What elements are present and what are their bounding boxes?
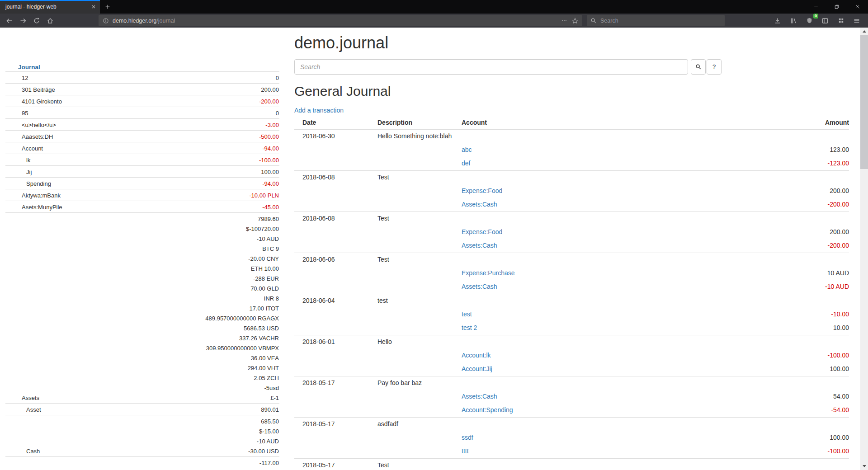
browser-search-bar[interactable] (587, 15, 725, 26)
page-scrollbar[interactable] (860, 28, 868, 470)
section-heading: General Journal (294, 84, 849, 99)
sidebar-account-link[interactable]: <u>hello</u> (5, 120, 56, 130)
new-tab-button[interactable] (100, 0, 115, 14)
posting-row: test 210.00 (294, 321, 849, 335)
posting-account-link[interactable]: ssdf (462, 434, 473, 441)
posting-amount: 10.00 (741, 321, 849, 335)
transaction-date: 2018-05-17 (294, 376, 369, 390)
scrollbar-down-arrow[interactable] (860, 462, 868, 470)
posting-account-link[interactable]: Expense:Purchase (462, 269, 515, 277)
posting-account-link[interactable]: Account:Spending (462, 406, 513, 414)
browser-search-input[interactable] (600, 18, 704, 24)
posting-account-link[interactable]: Assets:Cash (462, 283, 497, 290)
tab-close-icon[interactable] (91, 4, 96, 9)
posting-amount: 54.00 (741, 390, 849, 404)
sidebar-account-link[interactable]: Cash (5, 446, 40, 456)
column-header-date: Date (294, 116, 369, 129)
sidebar-row: Asets:MunyPile-45.00 (5, 201, 279, 212)
transaction-description: Hello Something note:blah (369, 129, 453, 143)
sidebar-row: Asset890.01 (5, 403, 279, 415)
column-header-amount: Amount (741, 116, 849, 129)
sidebar-account-balance: -10.00 PLN (249, 191, 279, 201)
sidebar-account-link[interactable]: Account (5, 144, 43, 154)
sidebar-account-balance: -3.00 (265, 120, 279, 130)
page-title: demo.journal (294, 34, 849, 52)
transaction-description: asdfadf (369, 417, 453, 431)
posting-row: test-10.00 (294, 308, 849, 321)
posting-account-link[interactable]: abc (462, 146, 472, 153)
sidebar-account-link[interactable]: 95 (5, 108, 28, 118)
scrollbar-up-arrow[interactable] (860, 28, 868, 35)
home-button[interactable] (43, 14, 57, 27)
posting-account-link[interactable]: Assets:Cash (462, 242, 497, 249)
sidebar-account-link[interactable]: Spending (5, 179, 51, 189)
posting-account-link[interactable]: Assets:Cash (462, 393, 497, 400)
sidebar-account-link[interactable]: 301 Beiträge (5, 85, 55, 95)
site-info-icon[interactable] (103, 18, 109, 24)
sidebar-account-link[interactable]: Aktywa:mBank (5, 191, 61, 201)
window-close-button[interactable] (847, 0, 868, 14)
library-button[interactable] (787, 14, 800, 27)
add-transaction-link[interactable]: Add a transaction (294, 107, 344, 114)
sidebar-account-link[interactable]: Asets:MunyPile (5, 202, 62, 212)
scrollbar-thumb[interactable] (860, 35, 868, 169)
menu-button[interactable] (850, 14, 863, 27)
downloads-button[interactable] (771, 14, 784, 27)
sidebar-account-link[interactable]: Assets (5, 393, 39, 403)
url-path: /journal (156, 18, 175, 24)
sidebar-row: 4101 Girokonto-200.00 (5, 95, 279, 107)
page-actions-button[interactable] (561, 18, 567, 24)
sidebar-journal-link[interactable]: Journal (18, 64, 40, 70)
posting-account-link[interactable]: Account:lk (462, 352, 491, 359)
sidebar-account-link[interactable]: 12 (5, 73, 28, 83)
forward-button[interactable] (16, 14, 30, 27)
browser-tab[interactable]: journal - hledger-web (0, 0, 100, 14)
window-minimize-button[interactable] (806, 0, 826, 14)
posting-row: abc123.00 (294, 143, 849, 157)
posting-account-link[interactable]: test (462, 310, 472, 318)
sidebars-button[interactable] (818, 14, 832, 27)
transaction-row: 2018-06-08Test (294, 170, 849, 184)
sidebar-account-balance: 0 (276, 108, 279, 118)
sidebar-account-link[interactable]: Asset (5, 405, 41, 415)
url-bar[interactable]: demo.hledger.org/journal (99, 15, 582, 26)
extension-button[interactable]: 0 (802, 14, 816, 27)
posting-account-link[interactable]: Expense:Food (462, 228, 502, 235)
search-help-button[interactable]: ? (707, 59, 722, 75)
posting-amount: -54.00 (741, 404, 849, 418)
apps-grid-button[interactable] (834, 14, 848, 27)
sidebar-row: lk-100.00 (5, 154, 279, 165)
journal-search-input[interactable] (294, 59, 688, 75)
journal-search-button[interactable] (691, 59, 706, 75)
posting-account-link[interactable]: def (462, 160, 470, 167)
sidebar-row: 120 (5, 71, 279, 83)
sidebar-account-link[interactable]: Jij (5, 167, 32, 177)
posting-amount: -123.00 (741, 157, 849, 171)
posting-row: Account:Spending-54.00 (294, 404, 849, 418)
posting-amount: -200.00 (741, 198, 849, 212)
back-button[interactable] (3, 14, 16, 27)
sidebar-account-link[interactable]: lk (5, 155, 30, 165)
transaction-description: Test (369, 458, 453, 470)
posting-account-link[interactable]: tttt (462, 447, 469, 455)
posting-account-link[interactable]: Assets:Cash (462, 201, 497, 208)
posting-row: ssdf100.00 (294, 431, 849, 445)
sidebar-account-balance: 0 (276, 73, 279, 83)
window-restore-button[interactable] (826, 0, 847, 14)
posting-row: def-123.00 (294, 157, 849, 171)
posting-account-link[interactable]: Account:Jij (462, 365, 492, 372)
bookmark-star-icon[interactable] (572, 18, 578, 24)
posting-account-link[interactable]: Expense:Food (462, 187, 502, 194)
sidebar-account-balance: 685.50$-15.00-10 AUD-30.00 USD (248, 417, 279, 456)
posting-amount: 100.00 (741, 431, 849, 445)
sidebar-account-balance: 890.01 (261, 405, 279, 415)
transaction-description: Test (369, 170, 453, 184)
sidebar-account-link[interactable]: 4101 Girokonto (5, 97, 62, 107)
posting-row: Expense:Food200.00 (294, 226, 849, 239)
reload-button[interactable] (30, 14, 43, 27)
posting-row: Assets:Cash54.00 (294, 390, 849, 404)
sidebar-row: Assets7989.60$-100720.00-10 AUDBTC 9-20.… (5, 212, 279, 403)
posting-account-link[interactable]: test 2 (462, 324, 477, 331)
sidebar-row: 950 (5, 107, 279, 118)
sidebar-account-link[interactable]: Aaasets:DH (5, 132, 53, 142)
